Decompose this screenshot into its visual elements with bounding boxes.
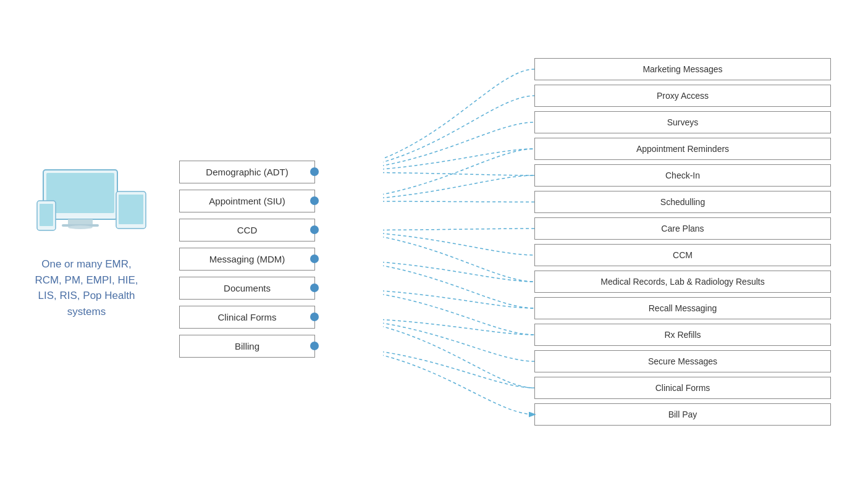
input-boxes: Demographic (ADT) Appointment (SIU) CCD …	[179, 161, 383, 358]
connector-dot-billing	[310, 342, 319, 350]
svg-rect-2	[68, 219, 93, 224]
connector-dot-documents	[310, 284, 319, 292]
output-box-proxy: Proxy Access	[534, 85, 831, 107]
input-box-billing: Billing	[179, 335, 315, 358]
output-box-marketing: Marketing Messages	[534, 58, 831, 80]
connector-dot-messaging	[310, 254, 319, 263]
output-box-recall-messaging: Recall Messaging	[534, 297, 831, 319]
right-section: Marketing Messages Proxy Access Surveys …	[534, 58, 849, 426]
connector-dot-clinical-forms	[310, 313, 319, 321]
svg-rect-7	[40, 204, 53, 226]
input-box-clinical-forms: Clinical Forms	[179, 306, 315, 329]
output-box-rx-refills: Rx Refills	[534, 324, 831, 346]
svg-rect-5	[119, 195, 143, 224]
output-box-surveys: Surveys	[534, 111, 831, 133]
input-box-messaging: Messaging (MDM)	[179, 248, 315, 271]
output-box-medical-records: Medical Records, Lab & Radiology Results	[534, 271, 831, 293]
connector-dot-ccd	[310, 225, 319, 234]
input-box-documents: Documents	[179, 277, 315, 300]
output-box-check-in: Check-In	[534, 164, 831, 187]
input-box-demographic: Demographic (ADT)	[179, 161, 315, 183]
middle-section: Demographic (ADT) Appointment (SIU) CCD …	[173, 125, 383, 358]
connector-dot-demographic	[310, 167, 319, 176]
output-box-secure-messages: Secure Messages	[534, 350, 831, 372]
main-container: One or many EMR,RCM, PM, EMPI, HIE,LIS, …	[0, 0, 868, 483]
output-box-appointment-reminders: Appointment Reminders	[534, 138, 831, 160]
svg-rect-1	[46, 173, 114, 213]
output-box-bill-pay: Bill Pay	[534, 403, 831, 426]
output-box-schedulling: Schedulling	[534, 191, 831, 213]
emr-label: One or many EMR,RCM, PM, EMPI, HIE,LIS, …	[35, 256, 138, 319]
left-section: One or many EMR,RCM, PM, EMPI, HIE,LIS, …	[0, 151, 173, 332]
output-box-clinical-forms: Clinical Forms	[534, 377, 831, 399]
device-illustration	[25, 164, 148, 244]
output-box-ccm: CCM	[534, 244, 831, 266]
input-box-appointment: Appointment (SIU)	[179, 190, 315, 212]
svg-point-8	[68, 225, 93, 229]
input-box-ccd: CCD	[179, 219, 315, 242]
connector-dot-appointment	[310, 196, 319, 205]
output-box-care-plans: Care Plans	[534, 217, 831, 240]
